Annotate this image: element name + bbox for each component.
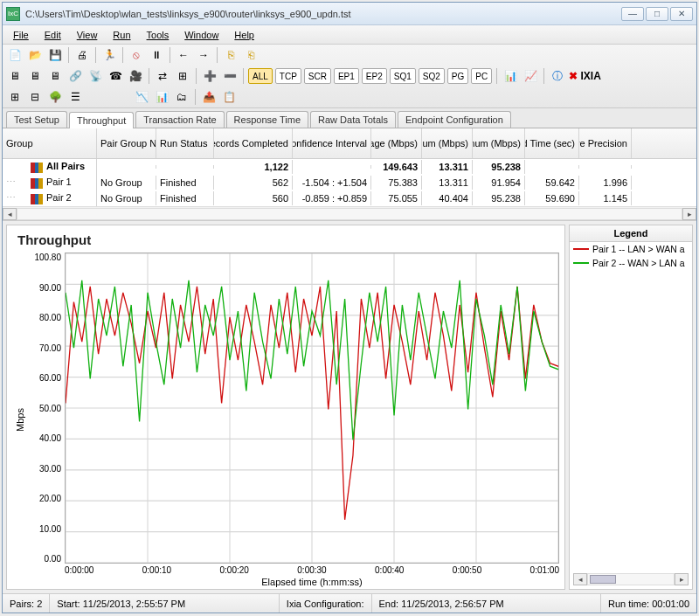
clone-pairs-icon[interactable]: ⎘ bbox=[222, 46, 239, 64]
maximize-button[interactable]: □ bbox=[646, 7, 668, 21]
chart-area: Throughput Mbps 100.8090.0080.0070.0060.… bbox=[3, 220, 696, 593]
close-button[interactable]: ✕ bbox=[670, 7, 693, 21]
unknown-tool-icon[interactable]: 📊 bbox=[502, 67, 519, 85]
collapse-all-icon[interactable]: ⊟ bbox=[26, 88, 44, 106]
export-icon[interactable]: 📤 bbox=[200, 88, 218, 106]
col-min[interactable]: Minimum (Mbps) bbox=[422, 128, 473, 158]
tab-raw-data[interactable]: Raw Data Totals bbox=[310, 111, 396, 128]
filter-pc[interactable]: PC bbox=[471, 68, 492, 84]
col-precision[interactable]: Relative Precision bbox=[579, 128, 632, 158]
add-pair-icon[interactable]: ➕ bbox=[201, 67, 218, 85]
table-row[interactable]: ⋯Pair 1No GroupFinished562-1.504 : +1.50… bbox=[3, 175, 696, 190]
unknown-tool2-icon[interactable]: 📈 bbox=[522, 67, 539, 85]
grid-hscrollbar[interactable]: ◂ ▸ bbox=[3, 206, 696, 220]
legend-scroll-right-icon[interactable]: ▸ bbox=[675, 573, 689, 585]
voice-icon[interactable]: ☎ bbox=[107, 67, 124, 85]
scroll-left-icon[interactable]: ◂ bbox=[3, 208, 17, 220]
save-icon[interactable]: 💾 bbox=[46, 46, 64, 64]
filter-sq1[interactable]: SQ1 bbox=[390, 68, 416, 84]
tab-throughput[interactable]: Throughput bbox=[69, 112, 134, 128]
link-icon[interactable]: 🔗 bbox=[66, 67, 84, 85]
col-pair-group[interactable]: Pair Group Name bbox=[97, 128, 156, 158]
books-icon bbox=[31, 194, 43, 204]
x-axis-label: Elapsed time (h:mm:ss) bbox=[65, 575, 559, 587]
open-icon[interactable]: 📂 bbox=[26, 46, 44, 64]
results-grid: Group Pair Group Name Run Status Timing … bbox=[3, 128, 696, 220]
nav-back-icon[interactable]: ← bbox=[175, 46, 192, 64]
tab-response-time[interactable]: Response Time bbox=[226, 111, 308, 128]
menu-help[interactable]: Help bbox=[227, 28, 261, 42]
scroll-track[interactable] bbox=[17, 208, 682, 220]
legend-hscrollbar[interactable]: ◂ ▸ bbox=[573, 573, 689, 585]
filter-tcp[interactable]: TCP bbox=[275, 68, 301, 84]
col-group[interactable]: Group bbox=[3, 128, 97, 158]
legend-swatch bbox=[573, 262, 589, 264]
legend-swatch bbox=[573, 248, 589, 250]
plot-area[interactable] bbox=[65, 253, 559, 564]
group-icon[interactable]: ⊞ bbox=[174, 67, 191, 85]
copy-chart-icon[interactable]: 📋 bbox=[220, 88, 238, 106]
grid-header[interactable]: Group Pair Group Name Run Status Timing … bbox=[3, 128, 696, 159]
chart-type1-icon[interactable]: 📉 bbox=[133, 88, 150, 106]
y-ticks: 100.8090.0080.0070.0060.0050.0040.0030.0… bbox=[28, 253, 65, 564]
titlebar[interactable]: IxC C:\Users\Tim\Desktop\wlan_tests\link… bbox=[3, 3, 696, 25]
table-row[interactable]: ⋯Pair 2No GroupFinished560-0.859 : +0.85… bbox=[3, 190, 696, 206]
legend-scroll-left-icon[interactable]: ◂ bbox=[573, 573, 587, 585]
menu-file[interactable]: File bbox=[6, 28, 36, 42]
chart-type3-icon[interactable]: 🗂 bbox=[173, 88, 190, 106]
endpoint2-icon[interactable]: 🖥 bbox=[26, 67, 44, 85]
col-max[interactable]: Maximum (Mbps) bbox=[473, 128, 525, 158]
list-icon[interactable]: ☰ bbox=[66, 88, 84, 106]
col-avg[interactable]: Average (Mbps) bbox=[371, 128, 422, 158]
print-icon[interactable]: 🖨 bbox=[73, 46, 91, 64]
legend-title: Legend bbox=[570, 225, 692, 242]
tab-test-setup[interactable]: Test Setup bbox=[6, 111, 67, 128]
scroll-right-icon[interactable]: ▸ bbox=[682, 208, 696, 220]
toolbars: 📄 📂 💾 🖨 🏃 ⦸ ⏸ ← → ⎘ ⎗ 🖥 🖥 🖥 🔗 📡 ☎ 🎥 bbox=[3, 45, 696, 108]
menu-view[interactable]: View bbox=[70, 28, 105, 42]
new-icon[interactable]: 📄 bbox=[6, 46, 24, 64]
x-ticks: 0:00:000:00:100:00:200:00:300:00:400:00:… bbox=[65, 564, 559, 575]
endpoint1-icon[interactable]: 🖥 bbox=[6, 67, 24, 85]
info-icon[interactable]: ⓘ bbox=[549, 67, 566, 85]
filter-pg[interactable]: PG bbox=[447, 68, 468, 84]
app-icon: IxC bbox=[6, 7, 20, 21]
minimize-button[interactable]: — bbox=[621, 7, 644, 21]
tab-endpoint-config[interactable]: Endpoint Configuration bbox=[398, 111, 511, 128]
filter-scr[interactable]: SCR bbox=[304, 68, 331, 84]
nav-fwd-icon[interactable]: → bbox=[195, 46, 212, 64]
menu-edit[interactable]: Edit bbox=[38, 28, 68, 42]
menu-run[interactable]: Run bbox=[106, 28, 137, 42]
multicast-icon[interactable]: 📡 bbox=[87, 67, 104, 85]
legend-scroll-thumb[interactable] bbox=[590, 575, 616, 584]
statusbar: Pairs: 2 Start: 11/25/2013, 2:55:57 PM I… bbox=[3, 593, 696, 613]
menu-tools[interactable]: Tools bbox=[140, 28, 176, 42]
col-measured[interactable]: Measured Time (sec) bbox=[525, 128, 579, 158]
run-icon[interactable]: 🏃 bbox=[100, 46, 118, 64]
legend-item[interactable]: Pair 2 -- WAN > LAN a bbox=[570, 256, 692, 270]
remove-pair-icon[interactable]: ➖ bbox=[221, 67, 239, 85]
legend-item[interactable]: Pair 1 -- LAN > WAN a bbox=[570, 242, 692, 256]
col-ci[interactable]: 95% Confidence Interval bbox=[293, 128, 371, 158]
filter-all[interactable]: ALL bbox=[248, 68, 273, 84]
video-icon[interactable]: 🎥 bbox=[127, 67, 144, 85]
swap-icon[interactable]: ⇄ bbox=[154, 67, 171, 85]
filter-sq2[interactable]: SQ2 bbox=[419, 68, 445, 84]
col-timing[interactable]: Timing Records Completed bbox=[214, 128, 293, 158]
filter-ep2[interactable]: EP2 bbox=[362, 68, 387, 84]
stop-icon[interactable]: ⦸ bbox=[128, 46, 145, 64]
chart-type2-icon[interactable]: 📊 bbox=[153, 88, 170, 106]
delete-pairs-icon[interactable]: ⎗ bbox=[242, 46, 260, 64]
endpoint-pair-icon[interactable]: 🖥 bbox=[46, 67, 64, 85]
pause-icon[interactable]: ⏸ bbox=[148, 46, 165, 64]
tab-transaction-rate[interactable]: Transaction Rate bbox=[135, 111, 224, 128]
status-start: Start: 11/25/2013, 2:55:57 PM bbox=[50, 594, 280, 613]
menu-window[interactable]: Window bbox=[177, 28, 225, 42]
expand-all-icon[interactable]: ⊞ bbox=[6, 88, 24, 106]
table-row[interactable]: All Pairs1,122149.64313.31195.238 bbox=[3, 159, 696, 175]
tree-icon[interactable]: 🌳 bbox=[46, 88, 64, 106]
status-config: Ixia Configuration: bbox=[280, 594, 372, 613]
col-run-status[interactable]: Run Status bbox=[156, 128, 214, 158]
books-icon bbox=[31, 163, 43, 173]
filter-ep1[interactable]: EP1 bbox=[334, 68, 359, 84]
